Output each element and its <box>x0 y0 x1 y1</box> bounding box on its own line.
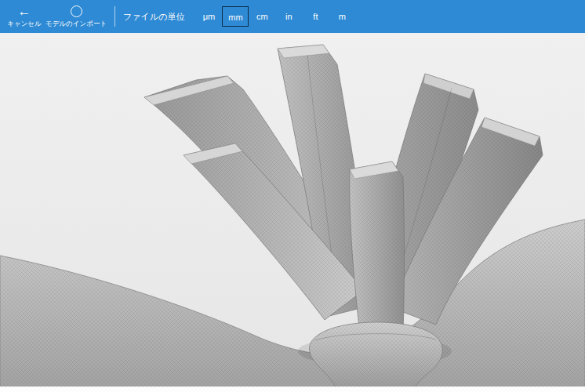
circle-icon <box>71 4 82 18</box>
unit-option-mm[interactable]: mm <box>222 6 249 27</box>
window-bottom-strip <box>0 387 585 392</box>
unit-option-um[interactable]: μm <box>195 6 222 27</box>
unit-option-cm[interactable]: cm <box>249 6 275 27</box>
import-model-button-label: モデルのインポート <box>45 20 107 29</box>
toolbar-divider <box>114 6 115 27</box>
mesh-limb-center-front <box>350 162 405 342</box>
cancel-button[interactable]: ← キャンセル <box>6 1 42 32</box>
unit-options: μm mm cm in ft m <box>195 6 355 27</box>
3d-builder-import-window: ← キャンセル モデルのインポート ファイルの単位 μm mm cm in ft… <box>0 0 585 392</box>
file-units-label: ファイルの単位 <box>123 11 184 23</box>
import-model-button[interactable]: モデルのインポート <box>45 1 107 32</box>
unit-option-m[interactable]: m <box>329 6 355 27</box>
unit-option-in[interactable]: in <box>275 6 302 27</box>
cancel-button-label: キャンセル <box>7 20 42 29</box>
model-viewport[interactable] <box>0 33 585 392</box>
mesh-model-preview <box>0 33 585 392</box>
unit-option-ft[interactable]: ft <box>302 6 329 27</box>
toolbar: ← キャンセル モデルのインポート ファイルの単位 μm mm cm in ft… <box>0 0 585 33</box>
back-arrow-icon: ← <box>18 4 31 18</box>
